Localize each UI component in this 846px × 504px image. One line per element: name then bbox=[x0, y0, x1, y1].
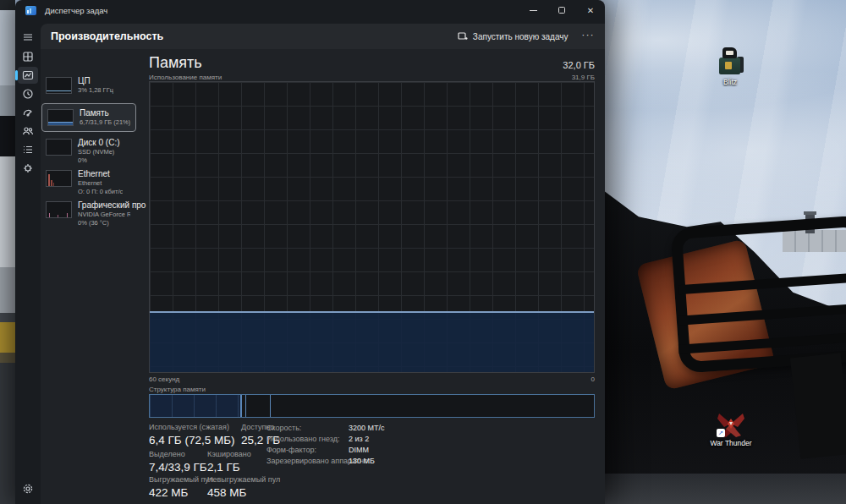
composition-standby-divider bbox=[270, 395, 271, 417]
sidebar-item-subtitle: Ethernet bbox=[78, 179, 123, 188]
sidebar-item-gpu[interactable]: Графический про NVIDIA GeForce RTX 208 0… bbox=[46, 200, 146, 227]
stat-in-use: Используется (сжатая) 6,4 ГБ (72,5 МБ) bbox=[149, 423, 235, 446]
sidebar-item-subtitle2: О: 0 П: 0 кбит/с bbox=[78, 188, 123, 196]
maximize-button[interactable] bbox=[547, 0, 576, 20]
composition-label: Структура памяти bbox=[149, 386, 206, 393]
title-bar[interactable]: Диспетчер задач ✕ bbox=[15, 0, 605, 20]
close-button[interactable]: ✕ bbox=[576, 0, 605, 20]
minimize-button[interactable] bbox=[519, 0, 547, 20]
stat-cached: Кэшировано 2,1 ГБ bbox=[207, 450, 251, 474]
sidebar-item-cpu[interactable]: ЦП 3% 1,28 ГГц bbox=[46, 76, 113, 95]
processes-icon[interactable] bbox=[18, 48, 38, 65]
disk-mini-graph bbox=[46, 139, 72, 156]
services-icon[interactable] bbox=[18, 160, 38, 177]
sidebar-item-subtitle: NVIDIA GeForce RTX 208 bbox=[78, 211, 130, 219]
sidebar-item-memory[interactable]: Память 6,7/31,9 ГБ (21%) bbox=[41, 103, 136, 132]
detail-form-factor: Форм-фактор: DIMM bbox=[266, 446, 453, 454]
navigation-rail bbox=[15, 20, 41, 504]
task-manager-app-icon bbox=[25, 6, 36, 15]
app-history-icon[interactable] bbox=[18, 85, 38, 102]
task-manager-window: Диспетчер задач ✕ bbox=[15, 0, 605, 504]
details-icon[interactable] bbox=[18, 141, 38, 158]
chart-time-left: 60 секунд bbox=[149, 375, 179, 383]
memory-mini-graph bbox=[47, 109, 74, 126]
memory-usage-chart bbox=[149, 81, 595, 373]
sidebar-item-disk[interactable]: Диск 0 (C:) SSD (NVMe) 0% bbox=[46, 138, 120, 165]
content-card: Производительность Запустить новую задач… bbox=[41, 24, 605, 504]
memory-usage-area bbox=[150, 311, 594, 372]
panel-title: Память bbox=[149, 54, 202, 72]
desktop-icon-label: Blitz bbox=[700, 78, 761, 86]
run-new-task-button[interactable]: Запустить новую задачу bbox=[451, 28, 575, 45]
detail-slots-used: Использовано гнезд: 2 из 2 bbox=[266, 435, 453, 443]
memory-total: 32,0 ГБ bbox=[563, 60, 595, 70]
sidebar-item-title: Графический про bbox=[78, 200, 146, 211]
memory-panel: Память 32,0 ГБ Использование памяти 31,9… bbox=[148, 49, 595, 504]
new-task-icon bbox=[458, 31, 468, 41]
menu-icon[interactable] bbox=[18, 29, 38, 46]
usage-chart-label: Использование памяти bbox=[149, 74, 222, 81]
wallpaper-left-strip bbox=[0, 0, 15, 504]
sidebar-item-title: Память bbox=[80, 108, 130, 118]
memory-composition-bar bbox=[149, 394, 595, 418]
detail-speed: Скорость: 3200 МТ/с bbox=[266, 424, 453, 432]
sidebar-item-title: ЦП bbox=[78, 76, 113, 86]
sidebar-item-subtitle: 6,7/31,9 ГБ (21%) bbox=[80, 118, 130, 127]
performance-sidebar: ЦП 3% 1,28 ГГц Память 6,7/31,9 ГБ (21%) … bbox=[41, 49, 148, 504]
sidebar-item-subtitle2: 0% bbox=[78, 156, 120, 165]
settings-icon[interactable] bbox=[18, 480, 38, 497]
sidebar-item-ethernet[interactable]: Ethernet Ethernet О: 0 П: 0 кбит/с bbox=[46, 169, 123, 196]
users-icon[interactable] bbox=[18, 123, 38, 140]
gpu-mini-graph bbox=[46, 201, 72, 218]
page-title: Производительность bbox=[51, 30, 163, 42]
wallpaper-bullbar-corner bbox=[790, 353, 846, 459]
sidebar-item-subtitle: 3% 1,28 ГГц bbox=[78, 86, 113, 95]
chart-time-right: 0 bbox=[591, 375, 595, 383]
blitz-game-icon bbox=[715, 47, 745, 76]
cpu-mini-graph bbox=[46, 77, 72, 94]
window-controls: ✕ bbox=[519, 0, 605, 20]
page-toolbar: Производительность Запустить новую задач… bbox=[41, 24, 605, 49]
stat-committed: Выделено 7,4/33,9 ГБ bbox=[149, 450, 207, 474]
ethernet-mini-graph bbox=[46, 170, 72, 187]
sidebar-item-title: Ethernet bbox=[78, 169, 123, 179]
stat-non-paged-pool: Невыгружаемый пул 458 МБ bbox=[207, 475, 280, 499]
desktop-icon-label: War Thunder bbox=[700, 439, 761, 447]
window-title: Диспетчер задач bbox=[45, 6, 107, 15]
sidebar-item-subtitle2: 0% (36 °C) bbox=[78, 219, 130, 227]
sidebar-item-title: Диск 0 (C:) bbox=[78, 138, 120, 148]
run-new-task-label: Запустить новую задачу bbox=[473, 32, 569, 41]
desktop-icon-war-thunder[interactable]: ↗ War Thunder bbox=[700, 412, 761, 447]
stat-paged-pool: Выгружаемый пул 422 МБ bbox=[149, 475, 213, 499]
performance-icon[interactable] bbox=[18, 67, 38, 84]
composition-modified-segment bbox=[241, 395, 246, 417]
composition-in-use-segment bbox=[150, 395, 241, 417]
detail-hardware-reserved: Зарезервировано аппаратно: 130 МБ bbox=[266, 457, 453, 465]
shortcut-arrow-icon: ↗ bbox=[717, 429, 725, 437]
desktop-icon-blitz[interactable]: Blitz bbox=[700, 47, 761, 86]
sidebar-item-subtitle: SSD (NVMe) bbox=[78, 148, 120, 156]
war-thunder-game-icon: ↗ bbox=[716, 412, 746, 437]
startup-apps-icon[interactable] bbox=[18, 104, 38, 121]
wallpaper-road bbox=[605, 474, 846, 504]
more-options-button[interactable]: ··· bbox=[575, 30, 606, 43]
chart-scale-max: 31,9 ГБ bbox=[572, 74, 595, 81]
